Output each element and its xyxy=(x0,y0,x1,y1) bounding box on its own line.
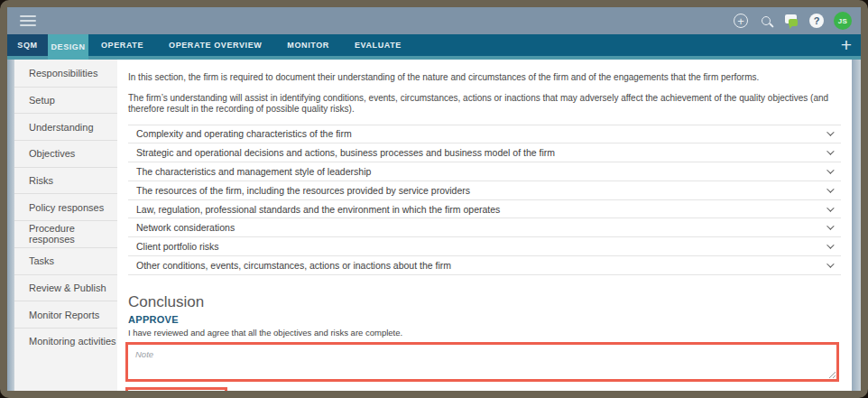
sidebar-item-understanding[interactable]: Understanding xyxy=(14,113,117,140)
sidebar-item-responsibilities[interactable]: Responsibilities xyxy=(14,60,117,87)
accordion-strategic-decisions[interactable]: Strategic and operational decisions and … xyxy=(128,143,841,162)
accordion-firm-resources[interactable]: The resources of the firm, including the… xyxy=(128,180,841,199)
top-bar: + ? JS xyxy=(7,7,861,34)
sidebar-item-procedure-responses[interactable]: Procedure responses xyxy=(14,220,117,247)
resize-grip-icon[interactable] xyxy=(829,372,836,378)
accordion-label: Client portfolio risks xyxy=(136,241,219,252)
accordion-law-regulation[interactable]: Law, regulation, professional standards … xyxy=(128,199,841,218)
sidebar-item-risks[interactable]: Risks xyxy=(14,167,117,194)
topbar-icons: + ? JS xyxy=(733,12,852,30)
accordion-label: Law, regulation, professional standards … xyxy=(136,204,500,215)
accordion-list: Complexity and operating characteristics… xyxy=(128,125,841,275)
intro-paragraph-1: In this section, the firm is required to… xyxy=(128,72,841,84)
note-annotation-highlight xyxy=(125,342,839,382)
chevron-down-icon xyxy=(826,129,834,136)
chevron-down-icon xyxy=(826,204,834,211)
chevron-down-icon xyxy=(826,242,834,249)
accordion-network-considerations[interactable]: Network considerations xyxy=(128,218,841,236)
chevron-down-icon xyxy=(826,148,834,155)
accordion-complexity[interactable]: Complexity and operating characteristics… xyxy=(128,125,841,143)
help-icon[interactable]: ? xyxy=(808,13,825,29)
app-window: + ? JS SQM DESIGN OPERATE xyxy=(0,0,868,398)
right-scrollbar-track[interactable] xyxy=(852,60,861,391)
app-content: + ? JS SQM DESIGN OPERATE xyxy=(7,7,861,391)
accordion-label: The characteristics and management style… xyxy=(136,166,371,177)
accordion-client-portfolio-risks[interactable]: Client portfolio risks xyxy=(128,236,841,255)
sidebar: Responsibilities Setup Understanding Obj… xyxy=(14,60,117,391)
tab-sqm[interactable]: SQM xyxy=(7,34,48,56)
nav-bar: SQM DESIGN OPERATE OPERATE OVERVIEW MONI… xyxy=(7,34,861,56)
accordion-label: Strategic and operational decisions and … xyxy=(136,147,555,158)
accordion-label: Network considerations xyxy=(136,222,235,233)
intro-paragraph-2: The firm’s understanding will assist in … xyxy=(128,93,841,116)
nav-add-icon[interactable]: + xyxy=(841,36,852,54)
approve-description: I have reviewed and agree that all the o… xyxy=(128,328,841,338)
accordion-label: Complexity and operating characteristics… xyxy=(136,128,352,139)
signoff-annotation-highlight: Agree and Sign Off xyxy=(125,387,227,391)
search-icon[interactable] xyxy=(758,13,774,29)
tab-design[interactable]: DESIGN xyxy=(48,34,88,60)
sidebar-item-monitoring-activities[interactable]: Monitoring activities xyxy=(14,328,117,355)
sidebar-item-review-publish[interactable]: Review & Publish xyxy=(14,274,117,301)
chevron-down-icon xyxy=(826,260,834,267)
main-content: In this section, the firm is required to… xyxy=(117,60,852,391)
accordion-label: The resources of the firm, including the… xyxy=(136,185,470,196)
note-input[interactable] xyxy=(128,345,836,375)
sidebar-item-objectives[interactable]: Objectives xyxy=(14,140,117,167)
body-row: Responsibilities Setup Understanding Obj… xyxy=(7,60,861,391)
chevron-down-icon xyxy=(826,185,834,192)
tab-operate[interactable]: OPERATE xyxy=(88,34,156,56)
tab-evaluate[interactable]: EVALUATE xyxy=(342,34,414,56)
sidebar-item-policy-responses[interactable]: Policy responses xyxy=(14,193,117,220)
sidebar-item-tasks[interactable]: Tasks xyxy=(14,247,117,274)
sidebar-item-setup[interactable]: Setup xyxy=(14,87,117,114)
approve-heading: APPROVE xyxy=(128,314,841,325)
chevron-down-icon xyxy=(826,223,834,230)
nav-accent-line xyxy=(7,56,861,60)
add-icon[interactable]: + xyxy=(733,13,749,29)
conclusion-title: Conclusion xyxy=(128,293,841,311)
intro-text: In this section, the firm is required to… xyxy=(128,72,841,116)
accordion-leadership-style[interactable]: The characteristics and management style… xyxy=(128,162,841,180)
hamburger-menu-icon[interactable] xyxy=(20,15,36,26)
chevron-down-icon xyxy=(826,166,834,173)
tab-operate-overview[interactable]: OPERATE OVERVIEW xyxy=(156,34,274,56)
left-edge-stripe xyxy=(7,60,14,391)
user-avatar[interactable]: JS xyxy=(834,12,852,30)
nav-wrap: SQM DESIGN OPERATE OPERATE OVERVIEW MONI… xyxy=(7,34,861,60)
accordion-other-conditions[interactable]: Other conditions, events, circumstances,… xyxy=(128,255,841,274)
accordion-label: Other conditions, events, circumstances,… xyxy=(136,260,451,271)
tab-monitor[interactable]: MONITOR xyxy=(274,34,342,56)
sidebar-item-monitor-reports[interactable]: Monitor Reports xyxy=(14,301,117,328)
messages-icon[interactable] xyxy=(783,13,799,29)
